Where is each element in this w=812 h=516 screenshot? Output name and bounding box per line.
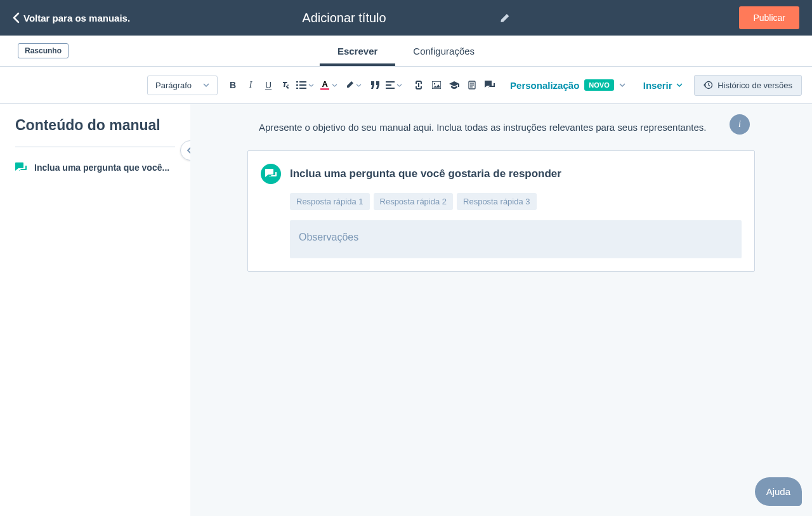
format-select-label: Parágrafo <box>155 81 192 90</box>
personalization-dropdown[interactable]: Personalização NOVO <box>510 79 625 91</box>
version-history-button[interactable]: Histórico de versões <box>694 75 802 96</box>
link-icon <box>415 81 422 89</box>
insert-label: Inserir <box>643 80 672 91</box>
toolbar-left: Parágrafo B I U A <box>147 76 683 95</box>
chevron-down-icon <box>203 83 209 87</box>
quick-responses: Resposta rápida 1 Resposta rápida 2 Resp… <box>290 193 742 210</box>
svg-rect-3 <box>299 84 306 86</box>
chevron-down-icon <box>676 83 683 87</box>
svg-rect-2 <box>296 84 298 86</box>
back-label: Voltar para os manuais. <box>23 13 130 23</box>
chat-icon <box>485 81 495 89</box>
graduation-button[interactable] <box>447 77 462 93</box>
quick-response-3[interactable]: Resposta rápida 3 <box>457 193 537 210</box>
question-icon-container <box>261 164 281 184</box>
chevron-down-icon <box>308 84 314 87</box>
toolbar: Parágrafo B I U A <box>0 67 812 104</box>
publish-button[interactable]: Publicar <box>739 6 799 29</box>
svg-rect-9 <box>432 81 441 89</box>
svg-point-10 <box>434 83 435 84</box>
intro-text[interactable]: Apresente o objetivo do seu manual aqui.… <box>247 122 755 133</box>
question-header: Inclua uma pergunta que você gostaria de… <box>261 164 742 184</box>
highlight-dropdown[interactable] <box>345 81 362 89</box>
chevron-down-icon <box>356 84 362 87</box>
new-badge: NOVO <box>584 79 613 91</box>
info-button[interactable]: i <box>730 114 750 135</box>
tab-write[interactable]: Escrever <box>320 36 395 66</box>
svg-rect-7 <box>386 84 391 86</box>
divider <box>15 147 175 147</box>
page-title[interactable]: Adicionar título <box>302 11 386 25</box>
chat-icon <box>15 162 27 173</box>
svg-rect-0 <box>296 81 298 83</box>
sidebar-item-question[interactable]: Inclua uma pergunta que você... <box>15 160 175 175</box>
svg-rect-6 <box>386 81 395 83</box>
back-link[interactable]: Voltar para os manuais. <box>13 12 130 23</box>
insert-dropdown[interactable]: Inserir <box>643 80 683 91</box>
image-icon <box>432 81 441 89</box>
svg-rect-1 <box>299 81 306 83</box>
quote-icon <box>371 81 380 89</box>
top-header: Voltar para os manuais. Adicionar título… <box>0 0 812 36</box>
text-color-dropdown[interactable]: A <box>320 80 337 90</box>
chevron-left-icon <box>13 12 20 23</box>
editor-area: i Apresente o objetivo do seu manual aqu… <box>190 104 812 516</box>
graduation-icon <box>449 81 459 89</box>
list-icon <box>296 81 306 89</box>
svg-rect-8 <box>386 88 395 89</box>
quote-button[interactable] <box>368 77 383 93</box>
svg-rect-4 <box>296 88 298 89</box>
chevron-down-icon <box>332 84 337 87</box>
sidebar-title: Conteúdo do manual <box>15 117 175 134</box>
quick-response-1[interactable]: Resposta rápida 1 <box>290 193 370 210</box>
highlight-icon <box>345 81 354 89</box>
quick-response-2[interactable]: Resposta rápida 2 <box>374 193 454 210</box>
chevron-down-icon <box>396 84 402 87</box>
pencil-icon[interactable] <box>501 13 510 23</box>
image-button[interactable] <box>429 77 444 93</box>
clear-format-button[interactable] <box>278 77 294 93</box>
align-dropdown[interactable] <box>386 81 402 89</box>
italic-button[interactable]: I <box>243 77 258 93</box>
personalization-label: Personalização <box>510 80 579 91</box>
svg-rect-5 <box>299 88 306 89</box>
chevron-down-icon <box>619 83 625 87</box>
list-dropdown[interactable] <box>296 81 314 89</box>
question-card: Inclua uma pergunta que você gostaria de… <box>247 150 755 272</box>
tab-settings[interactable]: Configurações <box>395 36 492 66</box>
main-content: Conteúdo do manual Inclua uma pergunta q… <box>0 104 812 516</box>
format-select[interactable]: Parágrafo <box>147 76 218 95</box>
question-title[interactable]: Inclua uma pergunta que você gostaria de… <box>290 168 561 180</box>
clear-format-icon <box>282 81 291 89</box>
version-history-label: Histórico de versões <box>717 81 792 90</box>
link-button[interactable] <box>411 77 426 93</box>
title-container: Adicionar título <box>302 11 509 25</box>
chat-button[interactable] <box>482 77 497 93</box>
tabs: Escrever Configurações <box>320 36 492 66</box>
document-icon <box>468 81 476 89</box>
bold-button[interactable]: B <box>225 77 240 93</box>
sidebar-item-label: Inclua uma pergunta que você... <box>34 162 169 173</box>
align-icon <box>386 81 395 89</box>
help-button[interactable]: Ajuda <box>755 477 802 506</box>
tab-bar: Rascunho Escrever Configurações <box>0 36 812 67</box>
document-button[interactable] <box>464 77 480 93</box>
underline-button[interactable]: U <box>261 77 276 93</box>
chat-icon <box>265 169 277 179</box>
draft-badge: Rascunho <box>18 43 69 58</box>
observations-input[interactable]: Observações <box>290 220 742 258</box>
sidebar: Conteúdo do manual Inclua uma pergunta q… <box>0 104 190 516</box>
history-icon <box>704 81 712 89</box>
